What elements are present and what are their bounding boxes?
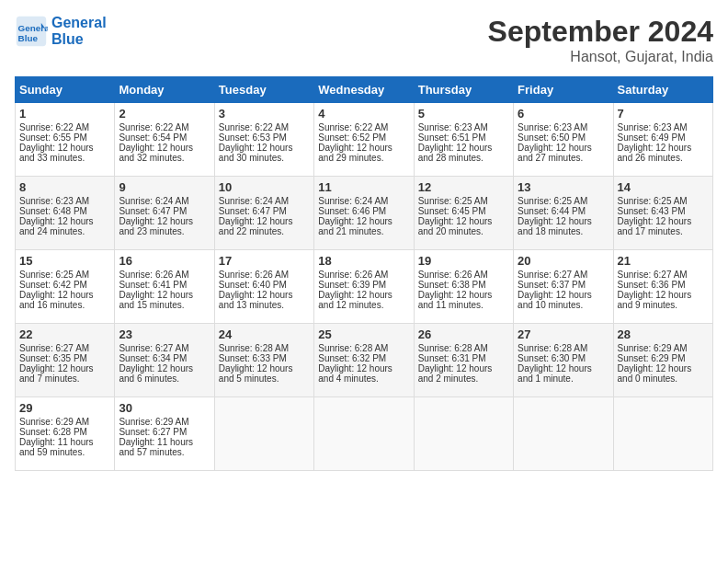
- day-of-week-header: Saturday: [613, 77, 712, 103]
- day-info-line: Daylight: 12 hours: [19, 143, 110, 153]
- day-info-line: Sunrise: 6:28 AM: [318, 343, 409, 353]
- calendar-day-cell: 25Sunrise: 6:28 AMSunset: 6:32 PMDayligh…: [314, 324, 414, 397]
- day-info-line: Sunrise: 6:29 AM: [19, 417, 110, 427]
- day-info-line: Sunset: 6:54 PM: [119, 132, 210, 143]
- day-info-line: Daylight: 12 hours: [418, 143, 509, 153]
- day-number: 17: [219, 254, 310, 268]
- day-number: 24: [219, 327, 310, 341]
- day-number: 7: [618, 107, 709, 121]
- calendar-day-cell: 17Sunrise: 6:26 AMSunset: 6:40 PMDayligh…: [214, 250, 313, 324]
- day-info-line: Daylight: 12 hours: [618, 290, 709, 300]
- day-info-line: and 20 minutes.: [418, 226, 509, 236]
- calendar-day-cell: 18Sunrise: 6:26 AMSunset: 6:39 PMDayligh…: [314, 250, 414, 324]
- day-info-line: Daylight: 12 hours: [418, 290, 509, 300]
- calendar-table: SundayMondayTuesdayWednesdayThursdayFrid…: [15, 76, 713, 471]
- day-info-line: Sunset: 6:49 PM: [618, 132, 709, 143]
- day-number: 13: [518, 180, 609, 194]
- calendar-day-cell: 6Sunrise: 6:23 AMSunset: 6:50 PMDaylight…: [514, 103, 613, 177]
- calendar-header-row: SundayMondayTuesdayWednesdayThursdayFrid…: [16, 77, 713, 103]
- day-number: 11: [318, 180, 409, 194]
- logo-text-line1: General: [51, 15, 107, 31]
- day-info-line: Daylight: 12 hours: [19, 363, 110, 373]
- calendar-day-cell: [514, 397, 613, 471]
- day-info-line: Sunrise: 6:28 AM: [418, 343, 509, 353]
- day-info-line: Sunrise: 6:25 AM: [618, 196, 709, 206]
- day-number: 12: [418, 180, 509, 194]
- day-info-line: Sunrise: 6:26 AM: [318, 270, 409, 280]
- calendar-day-cell: 22Sunrise: 6:27 AMSunset: 6:35 PMDayligh…: [16, 324, 115, 397]
- day-info-line: Daylight: 12 hours: [618, 143, 709, 153]
- day-info-line: and 26 minutes.: [618, 153, 709, 163]
- calendar-week-row: 15Sunrise: 6:25 AMSunset: 6:42 PMDayligh…: [16, 250, 713, 324]
- calendar-day-cell: 2Sunrise: 6:22 AMSunset: 6:54 PMDaylight…: [115, 103, 214, 177]
- day-info-line: Sunset: 6:36 PM: [618, 280, 709, 290]
- day-info-line: and 6 minutes.: [119, 373, 210, 384]
- day-info-line: and 15 minutes.: [119, 300, 210, 310]
- day-info-line: Daylight: 12 hours: [618, 216, 709, 226]
- day-info-line: Sunset: 6:29 PM: [618, 353, 709, 363]
- day-info-line: Sunrise: 6:23 AM: [418, 122, 509, 132]
- day-info-line: Daylight: 11 hours: [19, 437, 110, 447]
- day-info-line: and 24 minutes.: [19, 226, 110, 236]
- calendar-day-cell: 4Sunrise: 6:22 AMSunset: 6:52 PMDaylight…: [314, 103, 414, 177]
- day-number: 15: [19, 254, 110, 268]
- day-info-line: Daylight: 12 hours: [518, 216, 609, 226]
- calendar-body: 1Sunrise: 6:22 AMSunset: 6:55 PMDaylight…: [16, 103, 713, 471]
- calendar-day-cell: 26Sunrise: 6:28 AMSunset: 6:31 PMDayligh…: [414, 324, 513, 397]
- calendar-day-cell: 3Sunrise: 6:22 AMSunset: 6:53 PMDaylight…: [214, 103, 313, 177]
- day-info-line: Sunrise: 6:26 AM: [418, 270, 509, 280]
- calendar-day-cell: 12Sunrise: 6:25 AMSunset: 6:45 PMDayligh…: [414, 177, 513, 250]
- logo-icon: General Blue: [15, 15, 48, 48]
- day-number: 14: [618, 180, 709, 194]
- day-info-line: Sunset: 6:40 PM: [219, 280, 310, 290]
- day-info-line: Sunset: 6:35 PM: [19, 353, 110, 363]
- day-info-line: Daylight: 12 hours: [318, 363, 409, 373]
- day-number: 19: [418, 254, 509, 268]
- day-of-week-header: Wednesday: [314, 77, 414, 103]
- day-info-line: Sunrise: 6:22 AM: [318, 122, 409, 132]
- day-info-line: and 16 minutes.: [19, 300, 110, 310]
- logo: General Blue General Blue: [15, 15, 107, 48]
- day-number: 27: [518, 327, 609, 341]
- day-info-line: Sunset: 6:31 PM: [418, 353, 509, 363]
- day-number: 8: [19, 180, 110, 194]
- day-number: 5: [418, 107, 509, 121]
- day-info-line: Daylight: 12 hours: [219, 216, 310, 226]
- day-info-line: Sunrise: 6:27 AM: [119, 343, 210, 353]
- day-info-line: Sunrise: 6:28 AM: [219, 343, 310, 353]
- day-info-line: Daylight: 12 hours: [518, 143, 609, 153]
- day-of-week-header: Monday: [115, 77, 214, 103]
- day-of-week-header: Thursday: [414, 77, 513, 103]
- day-info-line: Sunrise: 6:24 AM: [318, 196, 409, 206]
- svg-text:Blue: Blue: [18, 33, 39, 43]
- day-info-line: Sunrise: 6:24 AM: [219, 196, 310, 206]
- day-number: 3: [219, 107, 310, 121]
- day-info-line: Daylight: 12 hours: [518, 290, 609, 300]
- day-info-line: Daylight: 12 hours: [418, 363, 509, 373]
- day-info-line: and 29 minutes.: [318, 153, 409, 163]
- day-info-line: Sunset: 6:43 PM: [618, 206, 709, 216]
- day-info-line: Daylight: 12 hours: [219, 143, 310, 153]
- day-info-line: Sunset: 6:33 PM: [219, 353, 310, 363]
- location: Hansot, Gujarat, India: [488, 49, 713, 65]
- day-info-line: and 28 minutes.: [418, 153, 509, 163]
- day-info-line: Sunrise: 6:25 AM: [19, 270, 110, 280]
- day-info-line: and 22 minutes.: [219, 226, 310, 236]
- day-of-week-header: Friday: [514, 77, 613, 103]
- calendar-day-cell: 13Sunrise: 6:25 AMSunset: 6:44 PMDayligh…: [514, 177, 613, 250]
- day-info-line: Sunrise: 6:27 AM: [518, 270, 609, 280]
- day-number: 4: [318, 107, 409, 121]
- calendar-day-cell: 16Sunrise: 6:26 AMSunset: 6:41 PMDayligh…: [115, 250, 214, 324]
- day-info-line: and 1 minute.: [518, 373, 609, 384]
- day-number: 25: [318, 327, 409, 341]
- calendar-week-row: 1Sunrise: 6:22 AMSunset: 6:55 PMDaylight…: [16, 103, 713, 177]
- calendar-day-cell: 21Sunrise: 6:27 AMSunset: 6:36 PMDayligh…: [613, 250, 712, 324]
- day-info-line: Sunset: 6:55 PM: [19, 132, 110, 143]
- calendar-day-cell: 23Sunrise: 6:27 AMSunset: 6:34 PMDayligh…: [115, 324, 214, 397]
- month-title: September 2024: [488, 15, 713, 49]
- day-info-line: Sunset: 6:45 PM: [418, 206, 509, 216]
- day-info-line: Sunset: 6:53 PM: [219, 132, 310, 143]
- day-info-line: Sunrise: 6:27 AM: [618, 270, 709, 280]
- day-info-line: Sunset: 6:50 PM: [518, 132, 609, 143]
- day-info-line: and 21 minutes.: [318, 226, 409, 236]
